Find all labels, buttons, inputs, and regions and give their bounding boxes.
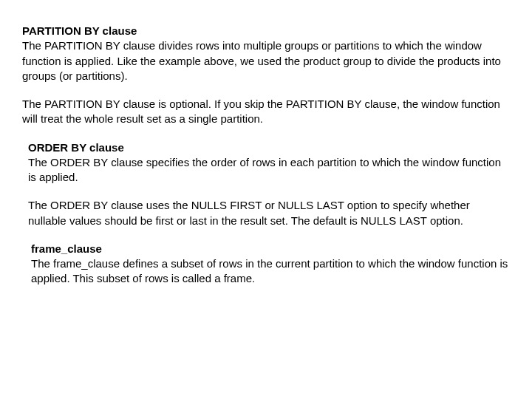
paragraph: The ORDER BY clause uses the NULLS FIRST… (28, 198, 510, 228)
paragraph: The PARTITION BY clause is optional. If … (22, 97, 510, 127)
paragraph: The frame_clause defines a subset of row… (31, 256, 510, 287)
heading-partition-by: PARTITION BY clause (22, 24, 510, 38)
paragraph: The PARTITION BY clause divides rows int… (22, 38, 510, 83)
heading-order-by: ORDER BY clause (28, 140, 510, 155)
section-partition-by: PARTITION BY clause The PARTITION BY cla… (22, 24, 510, 127)
section-frame-clause: frame_clause The frame_clause defines a … (22, 242, 510, 287)
section-order-by: ORDER BY clause The ORDER BY clause spec… (22, 140, 510, 228)
paragraph: The ORDER BY clause specifies the order … (28, 155, 510, 185)
heading-frame-clause: frame_clause (31, 242, 510, 256)
